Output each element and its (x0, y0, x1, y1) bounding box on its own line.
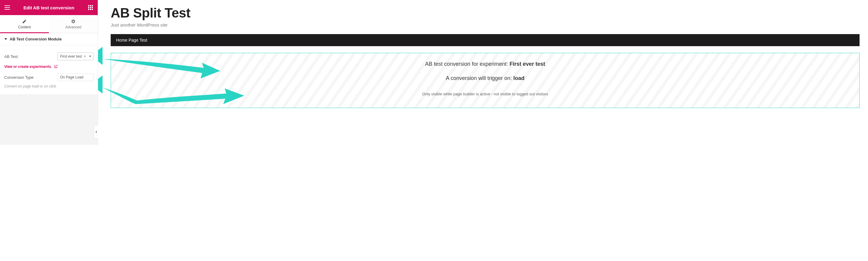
chevron-down-icon (89, 56, 91, 57)
section-toggle[interactable]: AB Test Conversion Module (0, 33, 98, 45)
site-title: AB Split Test (111, 5, 860, 21)
view-experiments-text: View or create experiments. (4, 64, 52, 69)
pencil-icon (22, 19, 27, 24)
conversion-preview-box[interactable]: AB test conversion for experiment: First… (111, 53, 860, 108)
editor-sidebar: Edit AB test conversion Content Advanced… (0, 0, 98, 145)
external-link-icon (54, 64, 58, 69)
caret-down-icon (4, 38, 7, 40)
conversion-type-help: Convert on page load or on click (4, 84, 93, 88)
conversion-type-label: Conversion Type (4, 75, 57, 80)
sidebar-tabs: Content Advanced (0, 15, 98, 33)
clear-icon[interactable]: × (84, 54, 86, 59)
apps-button[interactable] (87, 4, 94, 11)
ab-test-value: First ever test (60, 54, 82, 59)
site-tagline: Just another WordPress site (111, 22, 860, 27)
view-experiments-link[interactable]: View or create experiments. (4, 64, 58, 69)
collapse-sidebar-button[interactable] (94, 125, 98, 139)
section-body: AB Test First ever test × View or create… (0, 45, 98, 94)
hamburger-icon (4, 5, 10, 10)
tab-content-label: Content (18, 25, 31, 29)
conversion-trigger-line: A conversion will trigger on: load (118, 75, 852, 82)
ab-test-label: AB Test (4, 54, 57, 59)
sidebar-empty (0, 94, 98, 145)
conversion-type-value: On Page Load (60, 75, 83, 79)
site-navbar: Home Page Test (111, 34, 860, 46)
tab-advanced-label: Advanced (65, 25, 81, 29)
preview-pane: AB Split Test Just another WordPress sit… (98, 0, 868, 145)
ab-test-select[interactable]: First ever test × (57, 53, 93, 60)
grid-icon (88, 5, 93, 10)
menu-button[interactable] (4, 4, 11, 11)
gear-icon (71, 19, 76, 24)
sidebar-header: Edit AB test conversion (0, 0, 98, 15)
conversion-experiment-line: AB test conversion for experiment: First… (118, 61, 852, 67)
conversion-visibility-note: Only visible while page builder is activ… (118, 92, 852, 96)
tab-advanced[interactable]: Advanced (49, 15, 98, 33)
tab-content[interactable]: Content (0, 15, 49, 33)
sidebar-title: Edit AB test conversion (11, 5, 87, 10)
field-conversion-type: Conversion Type On Page Load (4, 73, 93, 81)
section-title: AB Test Conversion Module (10, 37, 62, 41)
nav-item-home-page-test[interactable]: Home Page Test (116, 38, 147, 42)
field-ab-test: AB Test First ever test × (4, 53, 93, 60)
conversion-type-select[interactable]: On Page Load (57, 73, 93, 81)
